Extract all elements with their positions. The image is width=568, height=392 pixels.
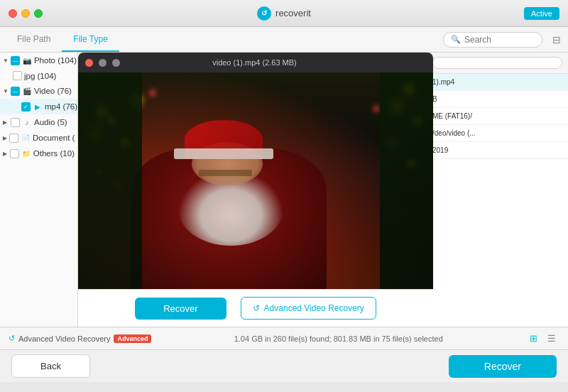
sidebar-item-audio[interactable]: ▶ ♪ Audio (5) [0,114,77,130]
search-input[interactable] [464,35,535,45]
adv-video-icon: ↺ [9,334,15,343]
advanced-badge: Advanced [114,334,151,343]
others-icon: 📁 [21,148,31,158]
traffic-lights [9,9,43,18]
status-bar: ↺ Advanced Video Recovery Advanced 1.04 … [0,327,568,349]
minimize-button[interactable] [21,9,30,18]
grid-view-button[interactable]: ⊞ [525,331,541,347]
audio-label: Audio (5) [34,118,67,126]
photo-label: Photo (104) [34,56,77,65]
close-button[interactable] [9,9,17,18]
video-label: Video (76) [34,87,72,95]
document-icon: 📄 [21,133,31,143]
sidebar-item-document[interactable]: ▶ 📄 Document ( [0,130,77,146]
active-badge: Active [524,7,559,20]
tab-file-type[interactable]: File Type [62,27,119,52]
preview-modal: video (1).mp4 (2.63 MB) [78,53,433,327]
others-checkbox[interactable] [10,149,19,158]
chevron-right-icon-doc: ▶ [3,135,7,141]
tab-bar: File Path File Type 🔍 ⊟ [0,27,568,53]
file-row[interactable]: ME (FAT16)/ [427,108,568,125]
sidebar: ▼ — 📷 Photo (104) jpg (104) ▼ — 🎬 Video … [0,53,78,327]
file-row[interactable]: B [427,91,568,108]
content-area: 1).mp4 B ME (FAT16)/ /deo/video (... 201… [78,53,568,327]
modal-titlebar: video (1).mp4 (2.63 MB) [78,53,433,72]
back-button[interactable]: Back [11,354,90,378]
file-row[interactable]: 2019 [427,142,568,159]
list-view-button[interactable]: ☰ [544,331,559,347]
file-row[interactable]: 1).mp4 [427,74,568,91]
sidebar-item-others[interactable]: ▶ 📁 Others (10) [0,146,77,161]
maximize-button[interactable] [34,9,43,18]
chevron-down-icon: ▼ [3,58,9,64]
audio-checkbox[interactable] [11,118,20,127]
document-label: Document ( [33,134,75,142]
file-list-search[interactable] [432,57,562,69]
recover-main-button[interactable]: Recover [449,355,557,378]
mp4-label: mp4 (76) [45,102,77,111]
document-checkbox[interactable] [9,134,18,143]
recover-modal-button[interactable]: Recover [135,298,226,320]
tab-file-path[interactable]: File Path [6,27,62,52]
adv-recovery-label: Advanced Video Recovery [264,303,364,313]
chevron-right-icon-others: ▶ [3,151,8,157]
adv-video-recovery-label[interactable]: ↺ Advanced Video Recovery Advanced [9,334,151,343]
search-box: 🔍 [443,32,542,48]
jpg-checkbox[interactable] [13,71,22,80]
file-list-background: 1).mp4 B ME (FAT16)/ /deo/video (... 201… [426,53,568,327]
app-title: recoverit [275,8,311,18]
bottom-bar: Back Recover [0,349,568,382]
chevron-down-icon-video: ▼ [3,88,9,94]
filter-icon[interactable]: ⊟ [552,34,561,45]
sidebar-item-jpg[interactable]: jpg (104) [0,68,77,83]
audio-icon: ♪ [22,117,32,127]
video-icon: 🎬 [22,86,32,96]
status-info: 1.04 GB in 260 file(s) found; 801.83 MB … [157,334,520,343]
others-label: Others (10) [33,149,75,158]
sidebar-item-photo[interactable]: ▼ — 📷 Photo (104) [0,53,77,68]
sidebar-item-mp4[interactable]: ✓ ▶ mp4 (76) [0,99,77,114]
logo-icon: ↺ [257,6,271,21]
video-preview [78,72,433,289]
photo-checkbox[interactable]: — [11,56,20,65]
advanced-video-recovery-modal-button[interactable]: ↺ Advanced Video Recovery [241,297,376,320]
modal-title: video (1).mp4 (2.63 MB) [83,58,426,67]
modal-bottom: Recover ↺ Advanced Video Recovery [78,289,433,327]
mp4-icon: ▶ [33,102,43,111]
main-layout: ▼ — 📷 Photo (104) jpg (104) ▼ — 🎬 Video … [0,53,568,327]
title-bar: ↺ recoverit Active [0,0,568,27]
jpg-label: jpg (104) [24,72,56,80]
app-logo: ↺ recoverit [257,6,311,21]
chevron-right-icon-audio: ▶ [3,119,9,126]
view-icons: ⊞ ☰ [525,331,559,347]
video-checkbox[interactable]: — [11,87,20,96]
mp4-checkbox[interactable]: ✓ [21,102,31,111]
video-frame [78,72,433,289]
file-list-header [427,53,568,74]
file-row[interactable]: /deo/video (... [427,125,568,142]
search-icon: 🔍 [451,35,461,44]
sidebar-item-video[interactable]: ▼ — 🎬 Video (76) [0,83,77,99]
adv-recovery-icon: ↺ [253,303,260,313]
adv-video-text: Advanced Video Recovery [18,334,110,343]
photo-icon: 📷 [22,55,32,65]
